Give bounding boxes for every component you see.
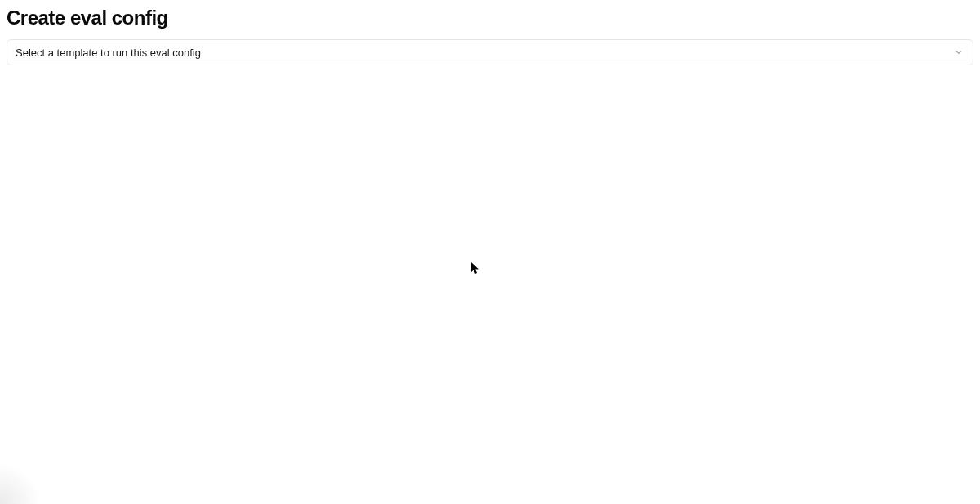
corner-shadow-decoration	[0, 463, 41, 504]
mouse-cursor-icon	[471, 262, 481, 275]
chevron-down-icon	[953, 47, 964, 58]
template-select-dropdown[interactable]: Select a template to run this eval confi…	[7, 39, 973, 65]
template-select-placeholder: Select a template to run this eval confi…	[16, 47, 201, 59]
main-container: Create eval config Select a template to …	[0, 0, 980, 65]
page-title: Create eval config	[7, 7, 973, 29]
